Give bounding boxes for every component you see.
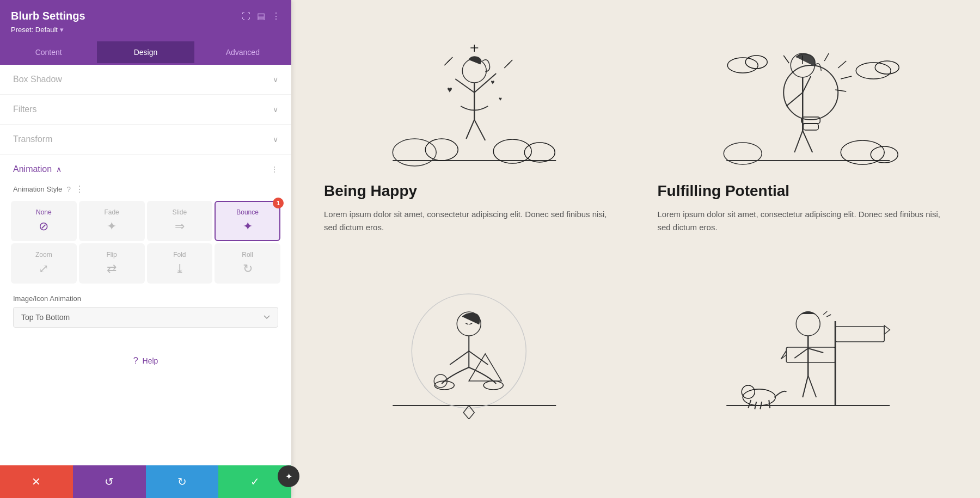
svg-line-41 xyxy=(824,53,829,61)
undo-button[interactable]: ↺ xyxy=(73,465,146,498)
svg-line-33 xyxy=(803,76,811,93)
anim-option-flip[interactable]: Flip ⇄ xyxy=(79,243,145,284)
anim-fold-icon: ⤓ xyxy=(175,262,185,276)
svg-text:♥: ♥ xyxy=(491,78,494,86)
anim-option-none[interactable]: None ⊘ xyxy=(11,201,77,241)
svg-point-27 xyxy=(875,61,899,74)
card-being-happy: ♥ ♥ ♥ Being Happy Lorem ipsum dolor sit … xyxy=(324,22,614,234)
anim-zoom-label: Zoom xyxy=(35,251,52,259)
section-filters[interactable]: Filters ∨ xyxy=(0,95,291,125)
anim-slide-label: Slide xyxy=(173,208,187,216)
card-being-happy-body: Lorem ipsum dolor sit amet, consectetur … xyxy=(324,208,614,234)
animation-style-label: Animation Style xyxy=(13,185,62,193)
redo-button[interactable]: ↻ xyxy=(146,465,219,498)
filters-label: Filters xyxy=(13,104,37,114)
expand-icon[interactable]: ⛶ xyxy=(242,11,250,21)
anim-bounce-label: Bounce xyxy=(236,208,259,216)
svg-line-55 xyxy=(469,323,472,324)
main-content: ♥ ♥ ♥ Being Happy Lorem ipsum dolor sit … xyxy=(291,0,980,498)
animation-more-icon[interactable]: ⋮ xyxy=(271,165,278,174)
anim-fade-icon: ✦ xyxy=(107,219,117,233)
more-icon[interactable]: ⋮ xyxy=(272,11,280,21)
image-icon-animation-select[interactable]: Top To Bottom Bottom To Top Left To Righ… xyxy=(13,307,278,328)
anim-slide-icon: ⇒ xyxy=(175,219,185,233)
card-being-happy-title: Being Happy xyxy=(324,182,614,200)
anim-option-fade[interactable]: Fade ✦ xyxy=(79,201,145,241)
svg-point-24 xyxy=(727,58,758,73)
bottom-bar: ✕ ↺ ↻ ✓ xyxy=(0,465,291,498)
card-fulfilling-potential-body: Lorem ipsum dolor sit amet, consectetur … xyxy=(658,208,948,234)
svg-line-9 xyxy=(466,120,474,139)
anim-roll-icon: ↻ xyxy=(243,262,253,276)
section-transform[interactable]: Transform ∨ xyxy=(0,125,291,155)
box-shadow-chevron: ∨ xyxy=(273,75,278,84)
help-icon: ? xyxy=(133,356,138,366)
tab-content[interactable]: Content xyxy=(0,41,97,65)
tabs-bar: Content Design Advanced xyxy=(0,41,291,65)
anim-bounce-icon: ✦ xyxy=(243,219,253,233)
animation-section: Animation ∧ ⋮ Animation Style ? ⋮ None ⊘ xyxy=(0,155,291,345)
svg-line-35 xyxy=(794,131,803,152)
svg-point-26 xyxy=(856,63,891,79)
svg-point-1 xyxy=(393,139,436,166)
svg-point-57 xyxy=(743,389,775,405)
floating-action-icon[interactable]: ✦ xyxy=(278,465,299,487)
columns-icon[interactable]: ▤ xyxy=(257,11,265,21)
card-direction-illustration xyxy=(658,267,948,419)
svg-point-48 xyxy=(483,381,503,390)
help-row[interactable]: ? Help xyxy=(0,345,291,377)
sidebar-header: Blurb Settings ⛶ ▤ ⋮ Preset: Default ▾ xyxy=(0,0,291,41)
svg-line-42 xyxy=(783,56,789,63)
anim-option-roll[interactable]: Roll ↻ xyxy=(215,243,280,284)
anim-option-fold[interactable]: Fold ⤓ xyxy=(147,243,213,284)
help-label: Help xyxy=(143,356,158,365)
animation-style-row: Animation Style ? ⋮ xyxy=(0,181,291,201)
animation-title: Animation ∧ xyxy=(13,164,62,174)
image-icon-animation-section: Image/Icon Animation Top To Bottom Botto… xyxy=(0,288,291,334)
svg-point-4 xyxy=(524,143,555,162)
svg-marker-65 xyxy=(884,325,890,334)
anim-option-slide[interactable]: Slide ⇒ xyxy=(147,201,213,241)
svg-marker-67 xyxy=(781,351,786,359)
svg-rect-64 xyxy=(835,327,884,342)
anim-option-bounce[interactable]: 1 Bounce ✦ xyxy=(215,201,280,241)
svg-line-71 xyxy=(808,348,823,353)
anim-roll-label: Roll xyxy=(242,251,253,259)
animation-chevron-up[interactable]: ∧ xyxy=(56,165,62,174)
sidebar-header-icons: ⛶ ▤ ⋮ xyxy=(242,11,280,21)
svg-point-28 xyxy=(783,65,838,120)
anim-option-zoom[interactable]: Zoom ⤢ xyxy=(11,243,77,284)
card-fulfilling-potential-title: Fulfilling Potential xyxy=(658,182,948,200)
svg-line-37 xyxy=(838,61,846,68)
transform-chevron: ∨ xyxy=(273,135,278,144)
svg-line-34 xyxy=(786,93,803,106)
anim-zoom-icon: ⤢ xyxy=(39,262,48,276)
tab-design[interactable]: Design xyxy=(97,41,194,65)
svg-line-39 xyxy=(835,90,846,91)
svg-line-36 xyxy=(803,131,812,152)
floating-action-icon-symbol: ✦ xyxy=(285,471,292,482)
anim-bounce-badge: 1 xyxy=(273,198,284,208)
section-box-shadow[interactable]: Box Shadow ∨ xyxy=(0,65,291,95)
svg-line-50 xyxy=(469,351,488,365)
box-shadow-label: Box Shadow xyxy=(13,75,62,84)
svg-text:♥: ♥ xyxy=(447,85,452,94)
animation-style-help-icon[interactable]: ? xyxy=(66,185,71,194)
svg-point-58 xyxy=(742,385,755,398)
svg-line-72 xyxy=(803,376,808,397)
svg-point-3 xyxy=(493,139,531,163)
svg-rect-30 xyxy=(803,124,818,130)
card-being-happy-illustration: ♥ ♥ ♥ xyxy=(324,22,614,174)
card-mindfulness-illustration xyxy=(324,267,614,419)
tab-advanced[interactable]: Advanced xyxy=(194,41,291,65)
card-fulfilling-potential-illustration xyxy=(658,22,948,174)
anim-none-icon: ⊘ xyxy=(39,219,48,233)
animation-options-grid: None ⊘ Fade ✦ Slide ⇒ 1 Bounce ✦ xyxy=(0,201,291,284)
filters-chevron: ∨ xyxy=(273,105,278,114)
preset-label[interactable]: Preset: Default ▾ xyxy=(11,26,280,34)
sidebar-panel: Blurb Settings ⛶ ▤ ⋮ Preset: Default ▾ C… xyxy=(0,0,291,498)
cancel-button[interactable]: ✕ xyxy=(0,465,73,498)
animation-style-more-icon[interactable]: ⋮ xyxy=(75,184,84,194)
svg-line-75 xyxy=(826,315,831,317)
svg-point-47 xyxy=(434,381,454,390)
